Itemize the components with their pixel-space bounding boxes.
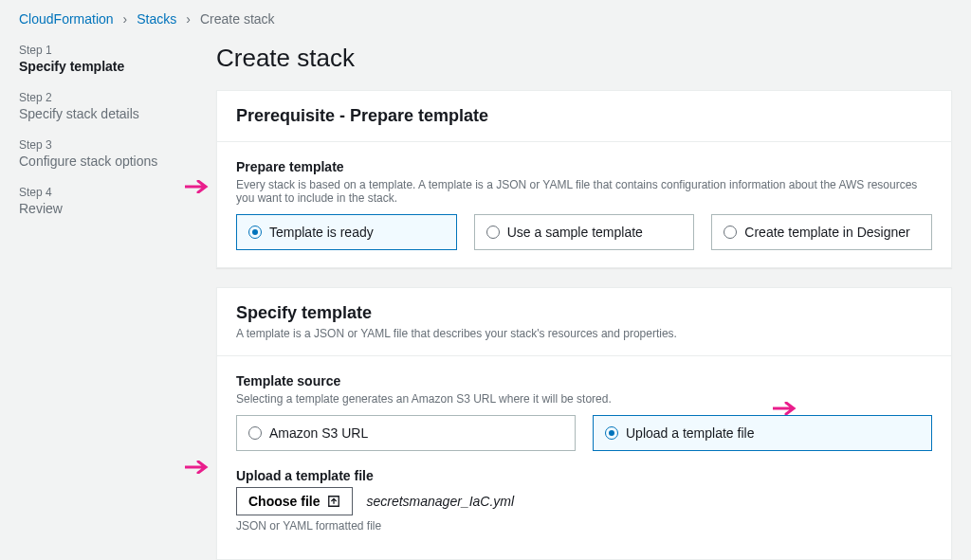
option-sample-template[interactable]: Use a sample template [474, 214, 695, 250]
specify-template-panel: Specify template A template is a JSON or… [216, 287, 952, 560]
radio-icon [248, 426, 262, 440]
option-template-ready[interactable]: Template is ready [236, 214, 457, 250]
breadcrumbs: CloudFormation › Stacks › Create stack [0, 0, 971, 34]
radio-icon [486, 226, 500, 239]
hint-text: Selecting a template generates an Amazon… [236, 392, 932, 406]
prerequisite-panel: Prerequisite - Prepare template Prepare … [216, 90, 952, 268]
option-upload-file[interactable]: Upload a template file [593, 415, 932, 451]
chevron-right-icon: › [186, 11, 191, 27]
step-1: Step 1 Specify template [19, 44, 190, 74]
breadcrumb-current: Create stack [200, 11, 275, 27]
filename: secretsmanager_IaC.yml [366, 494, 514, 509]
breadcrumb-cloudformation[interactable]: CloudFormation [19, 11, 114, 27]
step-4: Step 4 Review [19, 186, 190, 216]
radio-icon [605, 426, 618, 440]
annotation-arrow-icon [185, 180, 213, 193]
panel-title: Specify template [236, 303, 932, 323]
panel-subtitle: A template is a JSON or YAML file that d… [236, 327, 932, 340]
option-create-designer[interactable]: Create template in Designer [711, 214, 932, 250]
annotation-arrow-icon [773, 402, 801, 415]
panel-title: Prerequisite - Prepare template [236, 106, 932, 126]
chevron-right-icon: › [123, 11, 128, 27]
section-title: Prepare template [236, 159, 932, 174]
upload-icon [327, 495, 340, 508]
option-s3-url[interactable]: Amazon S3 URL [236, 415, 576, 451]
radio-icon [248, 226, 262, 239]
section-title: Template source [236, 373, 932, 388]
upload-title: Upload a template file [236, 468, 932, 483]
page-title: Create stack [216, 44, 952, 73]
hint-text: Every stack is based on a template. A te… [236, 178, 932, 205]
step-3: Step 3 Configure stack options [19, 138, 190, 169]
radio-icon [724, 226, 737, 239]
breadcrumb-stacks[interactable]: Stacks [137, 11, 176, 27]
choose-file-button[interactable]: Choose file [236, 487, 353, 515]
step-2: Step 2 Specify stack details [19, 91, 190, 121]
wizard-steps: Step 1 Specify template Step 2 Specify s… [19, 44, 190, 560]
file-hint: JSON or YAML formatted file [236, 519, 932, 533]
annotation-arrow-icon [185, 461, 213, 474]
